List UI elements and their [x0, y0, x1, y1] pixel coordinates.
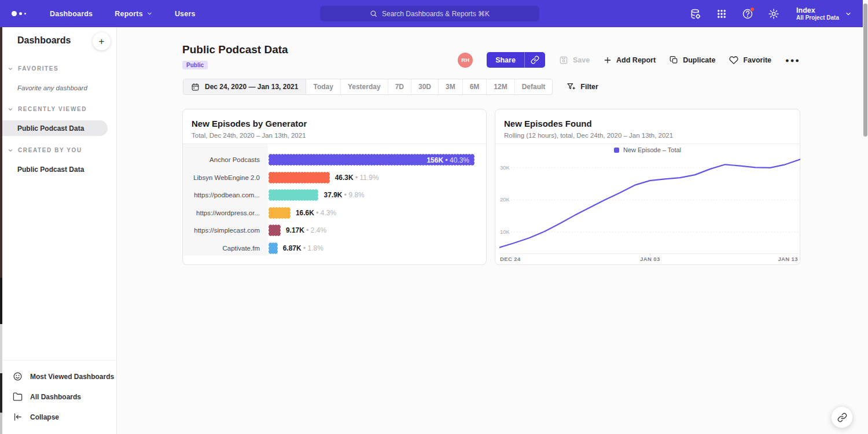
- nav-item-dashboards[interactable]: Dashboards: [50, 10, 93, 18]
- bar-0[interactable]: 156K • 40.3%: [269, 154, 475, 165]
- date-controls: Dec 24, 2020 — Jan 13, 2021 TodayYesterd…: [183, 79, 598, 95]
- bar-3[interactable]: [269, 207, 290, 219]
- nav-right-icons: Index All Project Data: [690, 0, 852, 27]
- share-link-button[interactable]: [524, 52, 545, 68]
- avatar[interactable]: RH: [458, 53, 473, 68]
- duplicate-label: Duplicate: [683, 56, 715, 64]
- add-dashboard-button[interactable]: +: [93, 32, 111, 50]
- favorite-label: Favorite: [743, 56, 771, 64]
- x-axis-label: JAN 03: [640, 256, 660, 262]
- bar-category-label: https://podbean.com...: [183, 189, 260, 201]
- bar-chart-subtitle: Total, Dec 24th, 2020 – Jan 13th, 2021: [192, 132, 306, 139]
- nav-item-label: Users: [175, 10, 196, 18]
- line-chart-title[interactable]: New Episodes Found: [504, 119, 592, 128]
- screen-edge-artifact: [0, 27, 2, 434]
- scrollbar-thumb[interactable]: [863, 3, 867, 137]
- bar-value-label: 6.87K • 1.8%: [283, 242, 323, 254]
- sidebar-item-public-podcast-data[interactable]: Public Podcast Data: [0, 120, 108, 136]
- date-preset-7d[interactable]: 7D: [388, 79, 411, 94]
- bar-category-label: https://wordpress.or...: [183, 207, 260, 219]
- plus-icon: [604, 56, 612, 64]
- date-preset-6m[interactable]: 6M: [463, 79, 487, 94]
- search-placeholder: Search Dashboards & Reports ⌘K: [382, 10, 490, 18]
- scrollbar-track: [863, 0, 868, 434]
- bar-chart-title[interactable]: New Episodes by Generator: [192, 119, 307, 128]
- date-range-button[interactable]: Dec 24, 2020 — Jan 13, 2021: [183, 79, 306, 94]
- bar-value-label: 37.9K • 9.8%: [323, 189, 364, 201]
- date-preset-default[interactable]: Default: [515, 79, 553, 94]
- help-icon[interactable]: [742, 8, 753, 20]
- line-plot-area: [499, 157, 800, 253]
- bar-2[interactable]: [269, 189, 318, 201]
- chevron-down-icon: [845, 10, 852, 17]
- chevron-down-icon: [8, 148, 13, 153]
- bar-chart-panel: New Episodes by Generator Total, Dec 24t…: [182, 109, 487, 265]
- floating-link-button[interactable]: [831, 406, 853, 428]
- legend-item[interactable]: New Episode – Total: [614, 146, 681, 153]
- bar-row: 16.6K • 4.3%https://wordpress.or...: [183, 207, 486, 219]
- sidebar-section-created-by-you: CREATED BY YOUPublic Podcast Data: [0, 147, 117, 177]
- nav-item-users[interactable]: Users: [175, 10, 196, 18]
- sidebar-collapse-button[interactable]: Collapse: [0, 407, 116, 427]
- add-report-button[interactable]: Add Report: [604, 56, 656, 64]
- date-preset-today[interactable]: Today: [306, 79, 340, 94]
- date-preset-yesterday[interactable]: Yesterday: [341, 79, 388, 94]
- bar-row: Anchor Podcasts156K • 40.3%: [183, 154, 486, 165]
- y-axis-label: 10K: [500, 229, 510, 235]
- section-label: CREATED BY YOU: [18, 147, 82, 153]
- bar-5[interactable]: [269, 242, 278, 254]
- bar-value-label: 16.6K • 4.3%: [296, 207, 336, 219]
- folder-icon: [13, 392, 23, 402]
- save-button[interactable]: Save: [559, 56, 590, 65]
- link-icon: [531, 56, 539, 64]
- line-chart-panel: New Episodes Found Rolling (12 hours), t…: [495, 109, 800, 265]
- bar-row: 37.9K • 9.8%https://podbean.com...: [183, 189, 486, 201]
- sidebar-item-public-podcast-data[interactable]: Public Podcast Data: [0, 161, 117, 177]
- search-input[interactable]: Search Dashboards & Reports ⌘K: [320, 6, 539, 21]
- favorite-button[interactable]: Favorite: [729, 56, 771, 65]
- date-range-control: Dec 24, 2020 — Jan 13, 2021 TodayYesterd…: [183, 79, 553, 95]
- sidebar-footer: Most Viewed Dashboards All Dashboards Co…: [0, 360, 116, 434]
- project-name: Index: [796, 6, 839, 14]
- data-sources-icon[interactable]: [690, 8, 701, 20]
- bar-category-label: Libsyn WebEngine 2.0: [183, 172, 260, 183]
- line-series[interactable]: [499, 159, 800, 247]
- header-actions: RH Share Save Add Report Duplicate Favor…: [458, 52, 800, 68]
- smiley-icon: [13, 372, 23, 381]
- section-label: RECENTLY VIEWED: [18, 106, 87, 112]
- nav-item-label: Dashboards: [50, 10, 93, 18]
- settings-gear-icon[interactable]: [768, 8, 779, 20]
- section-header[interactable]: RECENTLY VIEWED: [0, 106, 117, 112]
- sidebar: Dashboards + FAVORITESFavorite any dashb…: [0, 27, 117, 434]
- filter-funnel-icon: [567, 82, 576, 91]
- public-badge: Public: [182, 61, 208, 69]
- nav-item-label: Reports: [115, 10, 143, 18]
- apps-grid-icon[interactable]: [716, 8, 727, 20]
- nav-item-reports[interactable]: Reports: [115, 10, 153, 18]
- line-chart-svg[interactable]: [499, 157, 800, 253]
- project-switcher[interactable]: Index All Project Data: [796, 6, 852, 21]
- bar-row: 46.3K • 11.9%Libsyn WebEngine 2.0: [183, 172, 486, 183]
- duplicate-button[interactable]: Duplicate: [670, 56, 715, 64]
- y-axis-label: 20K: [500, 196, 510, 203]
- filter-label: Filter: [580, 83, 598, 91]
- notification-dot: [750, 7, 755, 12]
- date-preset-30d[interactable]: 30D: [411, 79, 439, 94]
- filter-button[interactable]: Filter: [567, 82, 598, 91]
- sidebar-item-most-viewed-dashboards[interactable]: Most Viewed Dashboards: [0, 366, 116, 387]
- date-preset-12m[interactable]: 12M: [487, 79, 514, 94]
- sidebar-footer-label: Most Viewed Dashboards: [30, 373, 114, 381]
- bar-4[interactable]: [269, 225, 281, 236]
- more-options-button[interactable]: ●●●: [785, 57, 800, 64]
- bar-1[interactable]: [269, 172, 330, 183]
- page-title: Public Podcast Data: [182, 43, 288, 56]
- date-preset-3m[interactable]: 3M: [439, 79, 463, 94]
- app-logo-icon[interactable]: [12, 11, 34, 16]
- share-button[interactable]: Share: [487, 52, 524, 68]
- bar-value-label: 46.3K • 11.9%: [335, 172, 379, 183]
- section-header[interactable]: FAVORITES: [0, 65, 117, 72]
- section-header[interactable]: CREATED BY YOU: [0, 147, 117, 153]
- chart-legend: New Episode – Total: [495, 146, 800, 153]
- sidebar-item-all-dashboards[interactable]: All Dashboards: [0, 387, 116, 407]
- bar-category-label: https://simplecast.com: [183, 225, 260, 236]
